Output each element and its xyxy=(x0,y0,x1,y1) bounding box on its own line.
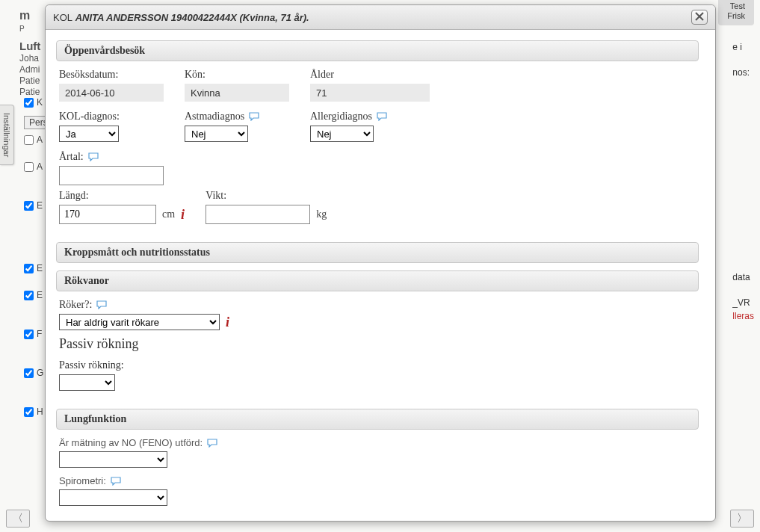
bg-chk-a2-box[interactable] xyxy=(24,162,34,172)
bg-r3: data xyxy=(732,272,754,282)
field-spirometri[interactable] xyxy=(59,489,167,506)
field-vikt[interactable] xyxy=(206,205,310,224)
logo-p: P xyxy=(19,25,25,33)
dialog-title: KOL ANITA ANDERSSON 19400422444X (Kvinna… xyxy=(53,12,309,23)
bg-chk-f-label: F xyxy=(37,329,42,339)
field-allergidiagnos[interactable]: Nej xyxy=(310,126,374,142)
label-feno-text: Är mätning av NO (FENO) utförd: xyxy=(59,437,203,448)
label-alder: Ålder xyxy=(310,69,445,81)
info-icon[interactable]: i xyxy=(226,315,229,330)
bg-chk-a2-label: A xyxy=(37,161,43,172)
label-allergidiagnos: Allergidiagnos xyxy=(310,111,445,123)
bg-chk-k-label: K xyxy=(37,97,43,108)
bg-chk-e3-box[interactable] xyxy=(24,291,34,300)
user-tab-bottom: Frisk xyxy=(727,11,745,21)
bg-chk-k-box[interactable] xyxy=(24,98,34,108)
bg-r2: nos: xyxy=(732,67,754,78)
label-artal: Årtal: xyxy=(59,151,164,163)
dialog-title-prefix: KOL xyxy=(53,12,72,23)
info-icon[interactable]: i xyxy=(181,207,185,223)
unit-cm: cm xyxy=(162,208,175,220)
dialog-body[interactable]: Öppenvårdsbesök Besöksdatum: Kön: Ålder xyxy=(46,30,715,521)
bg-chk-f-box[interactable] xyxy=(24,330,34,339)
field-roker[interactable]: Har aldrig varit rökare xyxy=(59,314,220,330)
bg-chk-e1-box[interactable] xyxy=(24,201,34,211)
field-besoksdatum xyxy=(59,84,164,102)
page-next[interactable]: 〉 xyxy=(730,510,754,528)
speech-bubble-icon[interactable] xyxy=(377,112,387,121)
label-kol-diagnos: KOL-diagnos: xyxy=(59,111,164,123)
bg-chk-a1-label: A xyxy=(37,134,43,145)
label-spirometri: Spirometri: xyxy=(59,475,696,486)
speech-bubble-icon[interactable] xyxy=(207,439,217,448)
bg-line4: Patie xyxy=(19,87,40,97)
subheading-passiv: Passiv rökning xyxy=(59,336,696,352)
speech-bubble-icon[interactable] xyxy=(88,152,99,161)
label-roker-text: Röker?: xyxy=(59,299,92,311)
bg-chk-h-box[interactable] xyxy=(24,407,34,417)
label-kon: Kön: xyxy=(185,69,289,81)
field-passiv[interactable] xyxy=(59,374,115,391)
bg-r1: e i xyxy=(732,42,754,52)
field-kol-diagnos[interactable]: Ja xyxy=(59,126,119,142)
field-kon xyxy=(185,84,289,102)
settings-side-tab[interactable]: Inställningar xyxy=(0,105,14,165)
bg-right-snips: e i nos: data _VR lleras xyxy=(732,42,754,336)
bg-chk-g-label: G xyxy=(37,368,43,378)
label-artal-text: Årtal: xyxy=(59,151,84,163)
bg-r4: _VR xyxy=(732,297,754,308)
bg-line1: Joha xyxy=(19,53,40,64)
section-header-kropp[interactable]: Kroppsmått och nutritionsstatus xyxy=(56,242,699,263)
bg-chk-e3-label: E xyxy=(37,290,43,300)
label-astmadiagnos-text: Astmadiagnos xyxy=(185,111,244,123)
patient-dialog: KOL ANITA ANDERSSON 19400422444X (Kvinna… xyxy=(45,4,716,522)
field-alder xyxy=(310,84,430,102)
field-artal[interactable] xyxy=(59,166,164,185)
label-besoksdatum: Besöksdatum: xyxy=(59,69,164,81)
form-rokvanor: Röker?: Har aldrig varit rökare i Passiv… xyxy=(56,299,699,397)
bg-left-block: m P Luft Joha Admi Patie Patie xyxy=(19,9,40,97)
user-tab: Test Frisk xyxy=(718,0,754,25)
section-header-rokvanor: Rökvanor xyxy=(56,270,699,291)
bg-r5: lleras xyxy=(732,311,754,321)
speech-bubble-icon[interactable] xyxy=(96,300,107,309)
label-passiv: Passiv rökning: xyxy=(59,359,696,371)
field-feno[interactable] xyxy=(59,451,167,468)
bg-title-fragment: Luft xyxy=(19,40,40,52)
field-astmadiagnos[interactable]: Nej xyxy=(185,126,248,142)
label-allergidiagnos-text: Allergidiagnos xyxy=(310,111,372,123)
label-feno: Är mätning av NO (FENO) utförd: xyxy=(59,437,696,448)
bg-chk-a1-box[interactable] xyxy=(24,135,34,145)
bg-chk-g-box[interactable] xyxy=(24,368,34,378)
label-spirometri-text: Spirometri: xyxy=(59,475,106,486)
bg-chk-h-label: H xyxy=(37,406,43,417)
form-oppenvard: Besöksdatum: Kön: Ålder KOL-diagnos: Ja xyxy=(56,69,699,239)
dialog-close-button[interactable] xyxy=(691,10,708,25)
label-roker: Röker?: xyxy=(59,299,696,311)
label-langd: Längd: xyxy=(59,190,185,202)
user-tab-top: Test xyxy=(727,1,745,11)
page-prev[interactable]: 〈 xyxy=(6,510,30,528)
section-header-oppenvard: Öppenvårdsbesök xyxy=(56,40,699,61)
speech-bubble-icon[interactable] xyxy=(111,477,121,486)
label-astmadiagnos: Astmadiagnos xyxy=(185,111,289,123)
dialog-title-patient: ANITA ANDERSSON 19400422444X (Kvinna, 71… xyxy=(75,12,309,23)
unit-kg: kg xyxy=(316,208,327,220)
bg-line3: Patie xyxy=(19,75,40,86)
close-icon xyxy=(695,12,704,23)
bg-chk-e2-label: E xyxy=(37,263,43,273)
form-lungfunktion: Är mätning av NO (FENO) utförd: Spiromet… xyxy=(56,437,699,512)
dialog-titlebar: KOL ANITA ANDERSSON 19400422444X (Kvinna… xyxy=(46,5,715,30)
bg-line2: Admi xyxy=(19,64,40,75)
label-vikt: Vikt: xyxy=(206,190,327,202)
bg-chk-e2-box[interactable] xyxy=(24,264,34,273)
speech-bubble-icon[interactable] xyxy=(249,112,259,121)
field-langd[interactable] xyxy=(59,205,156,224)
section-header-lungfunktion: Lungfunktion xyxy=(56,409,699,430)
bg-chk-e1-label: E xyxy=(37,200,43,211)
logo-m: m xyxy=(19,9,30,22)
